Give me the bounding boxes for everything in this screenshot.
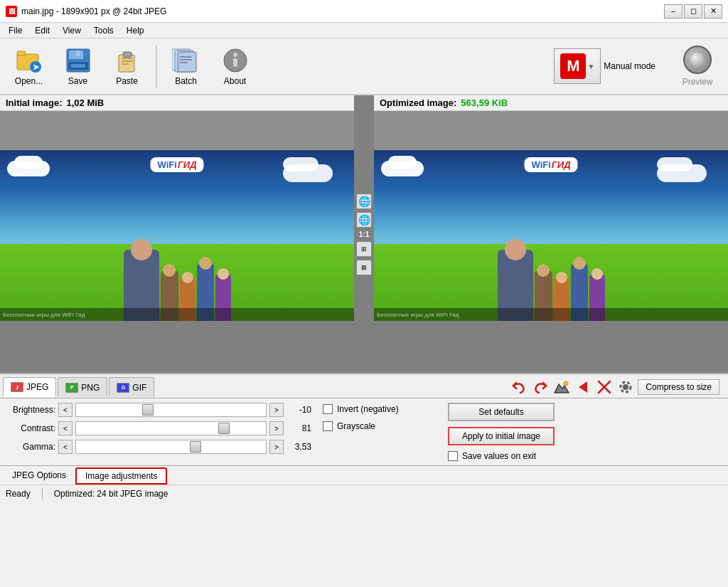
mountain-icon[interactable] xyxy=(552,378,571,396)
close-button[interactable]: ✕ xyxy=(704,4,722,18)
manual-mode-label: Manual mode xyxy=(604,61,655,71)
brightness-increase-button[interactable]: > xyxy=(269,403,284,417)
left-panel-canvas[interactable]: WiFiГИД xyxy=(0,111,354,373)
preview-button[interactable]: Preview xyxy=(673,42,722,90)
menu-edit[interactable]: Edit xyxy=(29,24,55,37)
batch-icon xyxy=(172,46,200,75)
redo-button[interactable] xyxy=(531,378,550,396)
arrow-left-icon[interactable] xyxy=(574,378,592,396)
menu-view[interactable]: View xyxy=(57,24,87,37)
gamma-increase-button[interactable]: > xyxy=(269,440,284,454)
jpeg-tab-label: JPEG xyxy=(26,382,48,392)
left-panel-header: Initial image: 1,02 MiB xyxy=(0,95,354,111)
buttons-section: Set defaults Apply to initial image Save… xyxy=(448,403,590,461)
svg-rect-12 xyxy=(122,60,133,62)
right-panel-canvas[interactable]: WiFiГИД xyxy=(374,111,728,373)
save-values-label: Save values on exit xyxy=(462,451,536,461)
actual-size-button[interactable]: ⊠ xyxy=(356,260,372,275)
brightness-value: -10 xyxy=(287,405,311,415)
manual-mode-area: M ▼ Manual mode Preview xyxy=(554,42,722,90)
toolbar: ➤ Open... Save Pas xyxy=(0,38,728,95)
format-tabs: J JPEG P PNG G GIF xyxy=(3,377,154,397)
right-panel-header: Optimized image: 563,59 KiB xyxy=(374,95,728,111)
contrast-decrease-button[interactable]: < xyxy=(58,421,73,435)
contrast-increase-button[interactable]: > xyxy=(269,421,284,435)
compress-to-size-button[interactable]: Compress to size xyxy=(638,379,719,395)
open-label: Open... xyxy=(15,76,43,86)
contrast-row: Contrast: < > 81 xyxy=(6,421,311,435)
zoom-in-button[interactable]: 🌐 xyxy=(356,194,372,209)
gear-icon[interactable] xyxy=(616,378,635,396)
svg-point-21 xyxy=(233,53,237,57)
contrast-slider[interactable] xyxy=(75,421,267,435)
svg-rect-13 xyxy=(122,63,129,65)
save-values-checkbox[interactable] xyxy=(448,451,458,461)
png-tab-icon: P xyxy=(65,383,78,393)
paste-button[interactable]: Paste xyxy=(104,42,150,90)
window-title: main.jpg - 1899x901 px @ 24bit JPEG xyxy=(21,6,166,16)
svg-text:➤: ➤ xyxy=(33,63,40,71)
right-panel-size: 563,59 KiB xyxy=(461,97,508,108)
tab-gif[interactable]: G GIF xyxy=(109,377,154,397)
grayscale-label: Grayscale xyxy=(337,421,375,431)
set-defaults-button[interactable]: Set defaults xyxy=(448,403,555,421)
title-bar: 🖼 main.jpg - 1899x901 px @ 24bit JPEG − … xyxy=(0,0,728,23)
minimize-button[interactable]: − xyxy=(664,4,682,18)
invert-label: Invert (negative) xyxy=(337,404,399,414)
svg-rect-8 xyxy=(71,64,85,68)
compress-to-size-label: Compress to size xyxy=(646,382,712,392)
status-ready: Ready xyxy=(6,489,31,499)
fit-button[interactable]: ⊞ xyxy=(356,241,372,257)
invert-checkbox[interactable] xyxy=(323,404,333,414)
zoom-out-button[interactable]: 🌐 xyxy=(356,212,372,228)
gif-tab-icon: G xyxy=(117,383,129,393)
x-icon[interactable] xyxy=(595,378,614,396)
svg-rect-22 xyxy=(233,58,237,67)
bottom-tabs: JPEG Options Image adjustments xyxy=(0,465,728,485)
svg-rect-10 xyxy=(123,52,132,57)
manual-mode-arrow-icon: ▼ xyxy=(587,63,594,70)
brightness-slider[interactable] xyxy=(75,403,267,417)
jpeg-options-label: JPEG Options xyxy=(12,470,66,480)
brightness-decrease-button[interactable]: < xyxy=(58,403,73,417)
window-controls: − ◻ ✕ xyxy=(664,4,722,18)
tab-jpeg-options[interactable]: JPEG Options xyxy=(3,467,75,485)
action-icons-row: Compress to size xyxy=(510,378,725,396)
svg-marker-25 xyxy=(579,381,587,393)
right-image-panel: Optimized image: 563,59 KiB WiFiГИД xyxy=(374,95,728,373)
zoom-level: 1:1 xyxy=(359,231,369,238)
menu-tools[interactable]: Tools xyxy=(88,24,119,37)
toolbar-sep xyxy=(156,45,157,88)
apply-to-initial-button[interactable]: Apply to initial image xyxy=(448,427,555,445)
contrast-label: Contrast: xyxy=(6,423,55,433)
open-button[interactable]: ➤ Open... xyxy=(6,42,52,90)
wifi-logo-left: WiFiГИД xyxy=(150,157,203,172)
image-preview-area: Initial image: 1,02 MiB WiFiГИД xyxy=(0,95,728,373)
svg-rect-17 xyxy=(179,56,192,58)
gamma-decrease-button[interactable]: < xyxy=(58,440,73,454)
menu-help[interactable]: Help xyxy=(121,24,150,37)
right-panel-label: Optimized image: xyxy=(380,97,456,108)
tab-png[interactable]: P PNG xyxy=(58,377,107,397)
restore-button[interactable]: ◻ xyxy=(684,4,702,18)
manual-mode-button[interactable]: M ▼ xyxy=(554,48,601,84)
left-image-panel: Initial image: 1,02 MiB WiFiГИД xyxy=(0,95,354,373)
undo-button[interactable] xyxy=(510,378,528,396)
svg-rect-1 xyxy=(17,51,26,55)
paste-icon xyxy=(113,46,141,75)
preview-icon xyxy=(683,46,712,74)
checkboxes-section: Invert (negative) Grayscale xyxy=(323,403,437,461)
menu-file[interactable]: File xyxy=(3,24,28,37)
batch-label: Batch xyxy=(175,76,197,86)
about-button[interactable]: About xyxy=(212,42,258,90)
tab-jpeg[interactable]: J JPEG xyxy=(3,377,56,397)
tab-image-adjustments[interactable]: Image adjustments xyxy=(75,467,167,485)
gamma-slider[interactable] xyxy=(75,440,267,454)
grayscale-checkbox[interactable] xyxy=(323,421,333,431)
save-button[interactable]: Save xyxy=(55,42,101,90)
save-label: Save xyxy=(68,76,87,86)
gif-tab-label: GIF xyxy=(132,383,146,393)
batch-button[interactable]: Batch xyxy=(163,42,209,90)
gamma-row: Gamma: < > 3,53 xyxy=(6,440,311,454)
brightness-row: Brightness: < > -10 xyxy=(6,403,311,417)
